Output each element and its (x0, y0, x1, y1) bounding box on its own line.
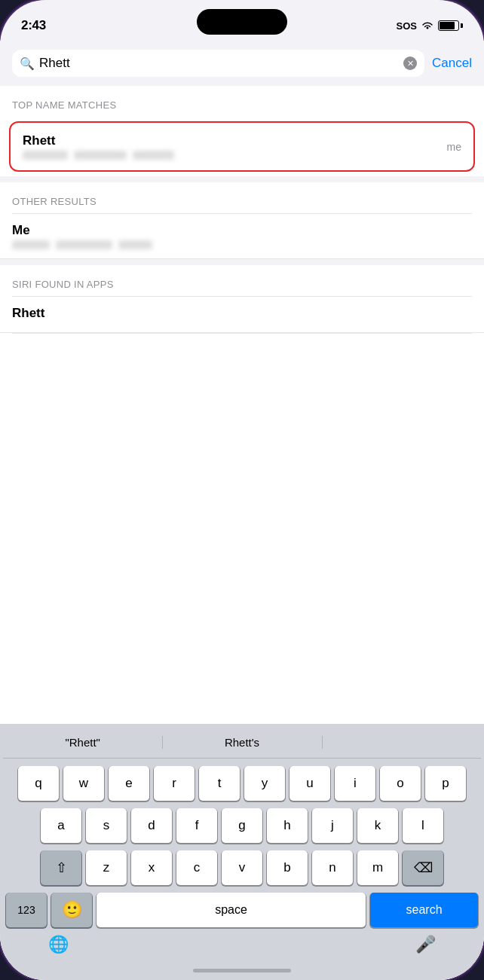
delete-key[interactable]: ⌫ (403, 850, 443, 885)
key-k[interactable]: k (357, 808, 398, 843)
phone-frame: 2:43 SOS 🔍 (0, 0, 484, 980)
microphone-icon[interactable]: 🎤 (415, 935, 436, 954)
key-x[interactable]: x (131, 850, 172, 885)
autocomplete-item-3[interactable] (322, 733, 481, 752)
status-icons: SOS (397, 20, 463, 32)
sos-indicator: SOS (397, 20, 417, 32)
me-badge: me (447, 141, 461, 153)
key-e[interactable]: e (109, 766, 149, 801)
emoji-key[interactable]: 🙂 (51, 893, 92, 927)
key-g[interactable]: g (222, 808, 262, 843)
key-m[interactable]: m (357, 850, 398, 885)
clear-button[interactable]: ✕ (403, 56, 417, 70)
key-i[interactable]: i (335, 766, 375, 801)
search-key[interactable]: search (370, 893, 478, 927)
status-time: 2:43 (21, 18, 46, 33)
other-result-detail (12, 240, 472, 249)
section-divider-1 (0, 176, 484, 182)
results-container: TOP NAME MATCHES Rhett me OTHER RESULTS (0, 86, 484, 724)
numbers-key[interactable]: 123 (6, 893, 47, 927)
top-match-item[interactable]: Rhett me (9, 121, 475, 172)
key-b[interactable]: b (267, 850, 308, 885)
key-y[interactable]: y (244, 766, 285, 801)
key-f[interactable]: f (176, 808, 217, 843)
key-s[interactable]: s (86, 808, 127, 843)
blurred-detail-4 (12, 240, 50, 249)
key-r[interactable]: r (154, 766, 195, 801)
siri-result-name: Rhett (12, 306, 472, 321)
other-result-name: Me (12, 223, 472, 238)
key-d[interactable]: d (131, 808, 172, 843)
blurred-detail-5 (56, 240, 112, 249)
top-match-name: Rhett (23, 133, 461, 148)
key-p[interactable]: p (425, 766, 466, 801)
search-bar-container: 🔍 ✕ Cancel (0, 41, 484, 86)
top-name-matches-header: TOP NAME MATCHES (0, 86, 484, 117)
key-row-3: ⇧ z x c v b n m ⌫ (6, 850, 478, 885)
key-c[interactable]: c (176, 850, 217, 885)
blurred-detail-2 (74, 151, 127, 160)
key-q[interactable]: q (18, 766, 59, 801)
key-v[interactable]: v (222, 850, 262, 885)
key-row-4: 123 🙂 space search (6, 893, 478, 927)
key-j[interactable]: j (312, 808, 353, 843)
key-row-1: q w e r t y u i o p (6, 766, 478, 801)
other-results-header: OTHER RESULTS (0, 182, 484, 213)
globe-icon[interactable]: 🌐 (48, 935, 69, 954)
divider-4 (12, 333, 472, 334)
key-u[interactable]: u (289, 766, 330, 801)
wifi-icon (421, 21, 433, 30)
battery-indicator (438, 20, 463, 31)
key-o[interactable]: o (380, 766, 421, 801)
space-key[interactable]: space (96, 893, 366, 927)
main-content: 🔍 ✕ Cancel TOP NAME MATCHES Rhett (0, 41, 484, 980)
key-t[interactable]: t (199, 766, 240, 801)
search-input-wrapper[interactable]: 🔍 ✕ (12, 50, 424, 77)
blurred-detail-1 (23, 151, 68, 160)
key-n[interactable]: n (312, 850, 353, 885)
keyboard-area: "Rhett" Rhett's q w e r t y u i (0, 724, 484, 980)
autocomplete-item-1[interactable]: "Rhett" (3, 733, 162, 752)
phone-screen: 2:43 SOS 🔍 (0, 0, 484, 980)
key-w[interactable]: w (63, 766, 104, 801)
key-h[interactable]: h (267, 808, 308, 843)
key-z[interactable]: z (86, 850, 127, 885)
home-indicator (193, 969, 291, 972)
blurred-detail-3 (133, 151, 174, 160)
autocomplete-bar: "Rhett" Rhett's (3, 730, 481, 759)
keyboard-rows: q w e r t y u i o p a s (3, 759, 481, 930)
autocomplete-item-2[interactable]: Rhett's (162, 733, 321, 752)
top-match-detail (23, 151, 461, 160)
siri-result-item[interactable]: Rhett (0, 297, 484, 333)
blurred-detail-6 (118, 240, 152, 249)
shift-key[interactable]: ⇧ (41, 850, 81, 885)
cancel-button[interactable]: Cancel (432, 56, 472, 71)
key-a[interactable]: a (41, 808, 81, 843)
key-l[interactable]: l (403, 808, 443, 843)
key-row-2: a s d f g h j k l (6, 808, 478, 843)
section-divider-2 (0, 259, 484, 265)
siri-found-header: SIRI FOUND IN APPS (0, 265, 484, 296)
dynamic-island (197, 9, 287, 35)
search-icon: 🔍 (20, 56, 35, 71)
other-result-item-me[interactable]: Me (0, 214, 484, 259)
search-input[interactable] (39, 56, 399, 71)
